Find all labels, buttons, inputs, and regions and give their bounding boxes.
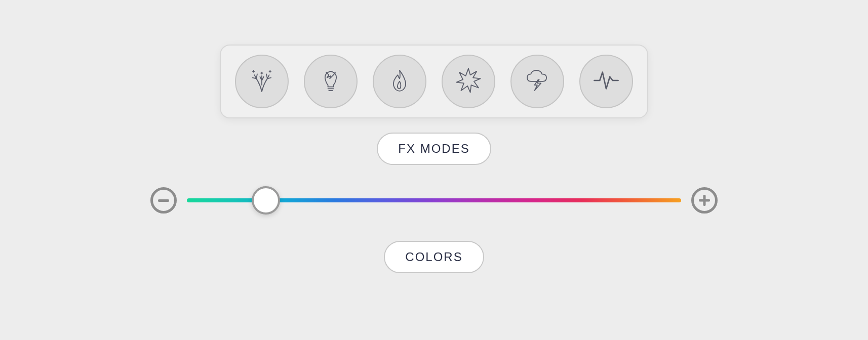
explosion-icon — [454, 66, 483, 97]
minus-icon — [158, 199, 169, 202]
broken-bulb-icon — [316, 66, 345, 97]
fx-mode-storm[interactable] — [510, 55, 564, 108]
storm-cloud-icon — [523, 66, 552, 97]
flame-icon — [385, 66, 414, 97]
color-slider-thumb[interactable] — [252, 186, 280, 215]
colors-label: COLORS — [384, 241, 484, 273]
fx-modes-panel — [220, 45, 648, 118]
color-decrease-button[interactable] — [150, 187, 177, 214]
color-slider-track[interactable] — [187, 198, 681, 202]
color-increase-button[interactable] — [691, 187, 718, 214]
fx-mode-fireworks[interactable] — [235, 55, 289, 108]
fx-mode-pulse[interactable] — [579, 55, 633, 108]
fx-mode-flame[interactable] — [373, 55, 426, 108]
fireworks-icon — [247, 66, 277, 97]
fx-mode-broken-bulb[interactable] — [304, 55, 358, 108]
fx-mode-explosion[interactable] — [442, 55, 495, 108]
plus-icon — [699, 195, 710, 206]
color-slider-section — [150, 187, 718, 214]
pulse-icon — [591, 66, 621, 97]
fx-modes-label: FX MODES — [377, 133, 491, 165]
